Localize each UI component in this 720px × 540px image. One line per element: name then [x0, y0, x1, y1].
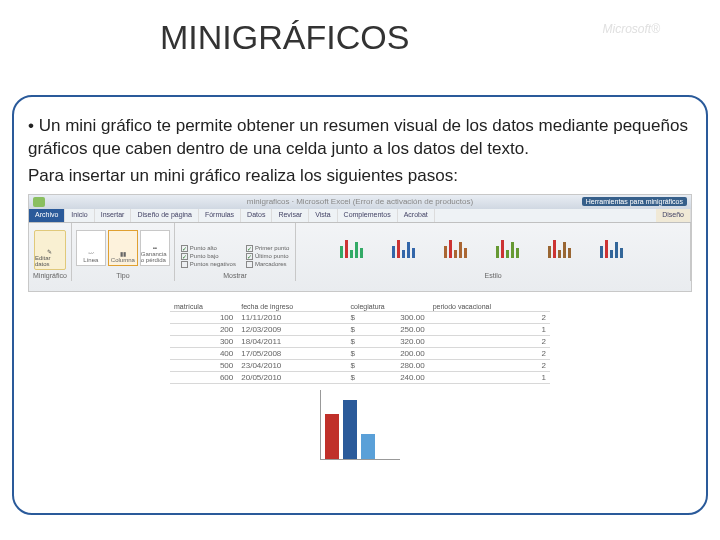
chart-bar	[343, 400, 357, 459]
mini-bar-chart	[320, 390, 400, 460]
tab-vista[interactable]: Vista	[309, 209, 337, 222]
label-last: Último punto	[255, 253, 289, 259]
pencil-icon: ✎	[47, 248, 52, 255]
tab-acrobat[interactable]: Acrobat	[398, 209, 435, 222]
checkbox-low[interactable]: ✓	[181, 253, 188, 260]
style-gallery[interactable]	[336, 225, 650, 270]
tab-diseno-pagina[interactable]: Diseño de página	[131, 209, 199, 222]
table-row: 40017/05/2008$200.002	[170, 347, 550, 359]
style-swatch-3[interactable]	[444, 236, 490, 258]
label-high: Punto alto	[190, 245, 217, 251]
tab-revisar[interactable]: Revisar	[272, 209, 309, 222]
tab-complementos[interactable]: Complementos	[338, 209, 398, 222]
group-label-minigrafico: Minigráfico	[33, 272, 67, 279]
tab-datos[interactable]: Datos	[241, 209, 272, 222]
table-row: 50023/04/2010$280.002	[170, 359, 550, 371]
show-col-2: ✓Primer punto ✓Último punto Marcadores	[244, 243, 291, 270]
tab-formulas[interactable]: Fórmulas	[199, 209, 241, 222]
col-fecha: fecha de ingreso	[237, 302, 346, 312]
brand-watermark: Microsoft®	[602, 22, 660, 36]
contextual-tab-title: Herramientas para minigráficos	[582, 197, 687, 206]
slide-title: MINIGRÁFICOS	[160, 18, 409, 57]
type-column-button[interactable]: ▮▮Columna	[108, 230, 138, 266]
style-swatch-5[interactable]	[548, 236, 594, 258]
label-markers: Marcadores	[255, 261, 287, 267]
window-title-text: minigraficos · Microsoft Excel (Error de…	[247, 197, 473, 206]
column-icon: ▮▮	[120, 250, 126, 257]
group-label-mostrar: Mostrar	[223, 272, 247, 279]
style-swatch-1[interactable]	[340, 236, 386, 258]
tab-diseno-context[interactable]: Diseño	[656, 209, 691, 222]
label-neg: Puntos negativos	[190, 261, 236, 267]
checkbox-neg[interactable]	[181, 261, 188, 268]
label-low: Punto bajo	[190, 253, 219, 259]
show-col-1: ✓Punto alto ✓Punto bajo Puntos negativos	[179, 243, 238, 270]
type-column-label: Columna	[111, 257, 135, 263]
col-colegiatura: colegiatura	[347, 302, 429, 312]
col-matricula: matrícula	[170, 302, 237, 312]
checkbox-high[interactable]: ✓	[181, 245, 188, 252]
tab-file[interactable]: Archivo	[29, 209, 65, 222]
edit-data-label: Editar datos	[35, 255, 65, 267]
quick-access-icon	[33, 197, 45, 207]
data-sheet: matrícula fecha de ingreso colegiatura p…	[170, 302, 550, 384]
label-first: Primer punto	[255, 245, 289, 251]
window-titlebar: minigraficos · Microsoft Excel (Error de…	[29, 195, 691, 209]
type-line-label: Línea	[83, 257, 98, 263]
style-swatch-6[interactable]	[600, 236, 646, 258]
edit-data-button[interactable]: ✎ Editar datos	[34, 230, 66, 270]
checkbox-first[interactable]: ✓	[246, 245, 253, 252]
ribbon-tabs: Archivo Inicio Insertar Diseño de página…	[29, 209, 691, 223]
description-2: Para insertar un mini gráfico realiza lo…	[28, 165, 692, 188]
description-1: • Un mini gráfico te permite obtener un …	[28, 115, 692, 161]
excel-ribbon-screenshot: minigraficos · Microsoft Excel (Error de…	[28, 194, 692, 292]
chart-bar	[361, 434, 375, 459]
col-periodo: periodo vacacional	[429, 302, 550, 312]
sheet-header-row: matrícula fecha de ingreso colegiatura p…	[170, 302, 550, 312]
table-row: 60020/05/2010$240.001	[170, 371, 550, 383]
tab-insertar[interactable]: Insertar	[95, 209, 132, 222]
group-mostrar: ✓Punto alto ✓Punto bajo Puntos negativos…	[175, 223, 296, 281]
group-minigrafico: ✎ Editar datos Minigráfico	[29, 223, 72, 281]
ribbon-body: ✎ Editar datos Minigráfico 〰Línea ▮▮Colu…	[29, 223, 691, 281]
chart-bar	[325, 414, 339, 458]
table-row: 10011/11/2010$300.002	[170, 311, 550, 323]
type-line-button[interactable]: 〰Línea	[76, 230, 106, 266]
sparkline-type-row: 〰Línea ▮▮Columna ▪▪Ganancia o pérdida	[76, 230, 170, 266]
type-winloss-button[interactable]: ▪▪Ganancia o pérdida	[140, 230, 170, 266]
group-tipo: 〰Línea ▮▮Columna ▪▪Ganancia o pérdida Ti…	[72, 223, 175, 281]
group-label-tipo: Tipo	[116, 272, 129, 279]
checkbox-markers[interactable]	[246, 261, 253, 268]
style-swatch-2[interactable]	[392, 236, 438, 258]
sheet-body: 10011/11/2010$300.00220012/03/2009$250.0…	[170, 311, 550, 383]
type-winloss-label: Ganancia o pérdida	[141, 251, 169, 263]
content-card: • Un mini gráfico te permite obtener un …	[12, 95, 708, 515]
table-row: 30018/04/2011$320.002	[170, 335, 550, 347]
tab-inicio[interactable]: Inicio	[65, 209, 94, 222]
group-label-estilo: Estilo	[485, 272, 502, 279]
table-row: 20012/03/2009$250.001	[170, 323, 550, 335]
checkbox-last[interactable]: ✓	[246, 253, 253, 260]
group-estilo: Estilo	[296, 223, 691, 281]
style-swatch-4[interactable]	[496, 236, 542, 258]
